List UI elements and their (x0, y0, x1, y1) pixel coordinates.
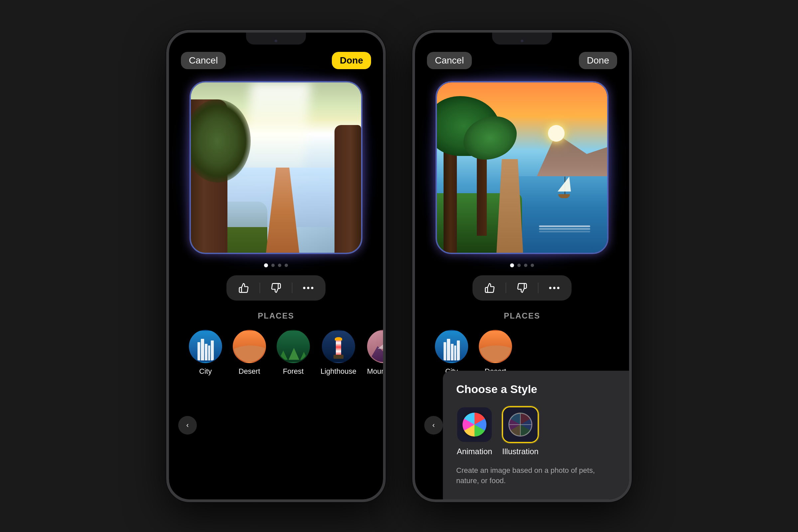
place-forest[interactable]: Forest (277, 330, 310, 376)
illustration-icon-wrap (502, 406, 539, 443)
divider-r-2 (538, 283, 538, 293)
image-frame (190, 81, 362, 254)
animation-label: Animation (457, 447, 492, 456)
desert-label: Desert (239, 367, 260, 376)
animation-icon-wrap (456, 406, 493, 443)
camera-dot (274, 39, 278, 43)
dot-r-3[interactable] (524, 264, 527, 267)
dot-r-2[interactable] (517, 264, 521, 267)
desert-icon-r (479, 330, 512, 363)
done-button[interactable]: Done (332, 52, 371, 69)
forest-icon (277, 330, 310, 363)
forest-label: Forest (283, 367, 304, 376)
dot-2[interactable] (271, 264, 274, 267)
cancel-button-r[interactable]: Cancel (427, 52, 472, 69)
action-buttons-r (473, 275, 572, 301)
place-desert-r[interactable]: Desert (479, 330, 512, 376)
place-desert[interactable]: Desert (233, 330, 266, 376)
style-options: Animation Illustration (456, 406, 616, 456)
nav-arrow-left[interactable]: ‹ (178, 416, 197, 435)
scene-forest (191, 82, 361, 253)
phone-screen: Cancel Done (169, 33, 383, 499)
main-image (190, 81, 362, 254)
svg-point-3 (549, 287, 552, 289)
city-label: City (199, 367, 212, 376)
divider-2 (292, 283, 292, 293)
places-scroll: City Desert Fo (169, 330, 383, 376)
thumbs-down-button[interactable] (268, 280, 284, 296)
lighthouse-label: Lighthouse (321, 367, 357, 376)
silent-button[interactable] (166, 156, 168, 182)
desert-icon (233, 330, 266, 363)
volume-down-button-r[interactable] (412, 122, 414, 149)
city-icon (189, 330, 222, 363)
dot-r-4[interactable] (531, 264, 534, 267)
style-chooser-panel: Choose a Style Animation (443, 371, 629, 499)
illustration-label: Illustration (502, 447, 538, 456)
dot-3[interactable] (278, 264, 281, 267)
place-lighthouse[interactable]: Lighthouse (321, 330, 357, 376)
style-chooser-title: Choose a Style (456, 383, 616, 396)
volume-down-button[interactable] (166, 122, 168, 149)
place-city[interactable]: City (189, 330, 222, 376)
thumbs-up-button-r[interactable] (482, 280, 498, 296)
city-icon-r (435, 330, 468, 363)
silent-button-r[interactable] (412, 156, 414, 182)
cancel-button[interactable]: Cancel (181, 52, 226, 69)
image-frame-r (436, 81, 608, 254)
svg-point-0 (303, 287, 306, 289)
dot-4[interactable] (285, 264, 288, 267)
more-button-r[interactable] (546, 280, 562, 296)
place-mountains[interactable]: Mountains (367, 330, 383, 376)
thumbs-down-button-r[interactable] (514, 280, 530, 296)
more-button[interactable] (300, 280, 316, 296)
phone-left: Cancel Done (166, 30, 386, 502)
places-section-r: PLACES City Desert (415, 301, 629, 382)
page-dots-r (510, 263, 534, 267)
mountains-icon (367, 330, 383, 363)
svg-point-1 (307, 287, 309, 289)
action-buttons (226, 275, 325, 301)
dot-1[interactable] (264, 263, 268, 267)
scene-illustration (437, 82, 607, 253)
style-animation[interactable]: Animation (456, 406, 493, 456)
lighthouse-icon (322, 330, 355, 363)
style-description: Create an image based on a photo of pets… (456, 466, 616, 486)
place-city-r[interactable]: City (435, 330, 468, 376)
places-label: PLACES (169, 311, 383, 321)
phone-screen-right: Cancel Done (415, 33, 629, 499)
svg-point-5 (557, 287, 559, 289)
volume-up-button[interactable] (166, 96, 168, 116)
svg-point-2 (311, 287, 314, 289)
camera-dot-r (520, 39, 524, 43)
dot-r-1[interactable] (510, 263, 514, 267)
divider (260, 283, 260, 293)
mountains-label: Mountains (367, 367, 383, 376)
done-button-r[interactable]: Done (579, 52, 617, 69)
phone-right: Cancel Done (412, 30, 632, 502)
places-label-r: PLACES (415, 311, 629, 321)
nav-arrow-left-r[interactable]: ‹ (424, 416, 443, 435)
divider-r (506, 283, 506, 293)
page-dots (264, 263, 288, 267)
volume-up-button-r[interactable] (412, 96, 414, 116)
svg-point-4 (553, 287, 556, 289)
places-section: PLACES City Desert (169, 301, 383, 382)
thumbs-up-button[interactable] (236, 280, 252, 296)
main-image-right (436, 81, 608, 254)
places-scroll-r: City Desert (415, 330, 629, 376)
style-illustration[interactable]: Illustration (502, 406, 539, 456)
